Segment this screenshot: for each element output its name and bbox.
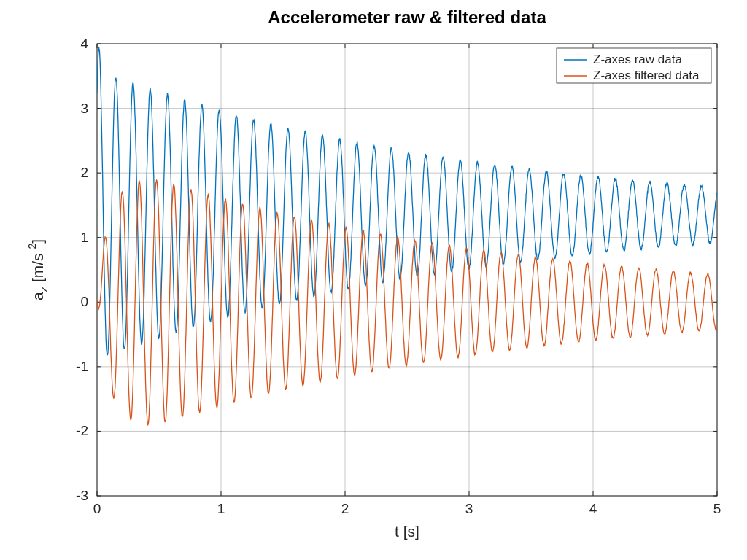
xtick-label: 5: [713, 501, 721, 516]
ytick-label: 4: [80, 36, 88, 51]
xtick-label: 3: [465, 501, 473, 516]
ytick-label: -3: [76, 488, 88, 503]
legend-label: Z-axes filtered data: [593, 69, 700, 82]
series-filtered: [97, 180, 717, 425]
y-axis-label: az [m/s 2]: [26, 239, 50, 300]
chart-svg: Accelerometer raw & filtered data012345-…: [0, 0, 747, 560]
ytick-label: -2: [76, 423, 88, 438]
ytick-label: -1: [76, 359, 88, 374]
ytick-label: 2: [80, 165, 88, 180]
ytick-label: 1: [80, 230, 88, 245]
xtick-label: 0: [93, 501, 101, 516]
legend-label: Z-axes raw data: [593, 52, 682, 66]
ytick-label: 0: [80, 294, 88, 309]
xtick-label: 4: [589, 501, 597, 516]
ytick-label: 3: [80, 101, 88, 116]
xtick-label: 1: [217, 501, 225, 516]
xtick-label: 2: [341, 501, 349, 516]
chart-container: Accelerometer raw & filtered data012345-…: [0, 0, 747, 560]
chart-title: Accelerometer raw & filtered data: [268, 7, 546, 27]
x-axis-label: t [s]: [395, 523, 419, 540]
